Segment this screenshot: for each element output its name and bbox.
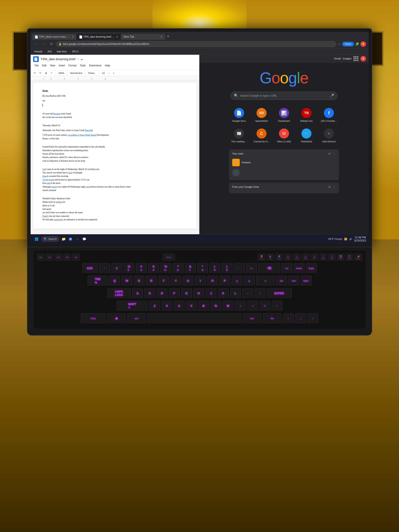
key-j[interactable]: J: [206, 288, 216, 299]
docs-body[interactable]: Hede By Ana Renfroe (ID=539) ear 41-year…: [31, 80, 199, 234]
taskbar-search[interactable]: 🔍 Search: [41, 236, 59, 242]
key-p[interactable]: P: [219, 275, 230, 286]
key-tab[interactable]: TAB↹: [88, 275, 108, 286]
doc-link-search1[interactable]: Search: [43, 175, 49, 177]
key-up-arrow[interactable]: ↑: [272, 301, 283, 311]
key-7[interactable]: &7: [185, 263, 196, 274]
shortcut-inbox[interactable]: M Inbox (1,420): [274, 127, 294, 145]
taskbar-spotify[interactable]: ♪: [74, 236, 81, 242]
key-n[interactable]: N: [210, 301, 222, 311]
key-home[interactable]: Home: [294, 263, 305, 274]
key-3[interactable]: #3: [136, 263, 147, 274]
key-f5[interactable]: ⏯F5: [293, 253, 301, 261]
taskbar-discord[interactable]: 💬: [81, 236, 87, 242]
key-z[interactable]: Z: [149, 301, 160, 311]
key-f12[interactable]: 🌙F12: [355, 253, 362, 261]
font-selector[interactable]: Times...: [87, 71, 98, 75]
doc-link-call[interactable]: Call: [43, 168, 46, 170]
key-v[interactable]: V: [186, 301, 197, 311]
doc-link-board[interactable]: according to Texas Water Board: [68, 134, 96, 136]
key-f10[interactable]: 📷F10: [337, 253, 345, 261]
key-5[interactable]: %5: [160, 263, 171, 274]
key-h[interactable]: H: [193, 288, 204, 299]
key-esc[interactable]: ESC: [82, 263, 98, 274]
key-g[interactable]: G: [181, 288, 192, 299]
doc-link-victim[interactable]: Victim found: [43, 178, 54, 181]
bookmark-ais[interactable]: AIS: [46, 49, 53, 54]
cart-item-2[interactable]: 👤: [232, 168, 336, 177]
images-link[interactable]: Images: [343, 57, 352, 60]
key-y[interactable]: Y: [170, 275, 181, 286]
print-button[interactable]: 🖨: [44, 71, 48, 75]
reload-button[interactable]: ↻: [49, 41, 54, 47]
key-alt-right[interactable]: ALT: [243, 313, 262, 324]
extensions-icon[interactable]: 🧩: [355, 42, 359, 46]
key-u[interactable]: U: [183, 275, 194, 286]
key-8[interactable]: *8: [197, 263, 208, 274]
shortcut-google-docs[interactable]: 📄 Google Docs: [229, 106, 249, 124]
key-d[interactable]: D: [157, 288, 168, 299]
key-f3[interactable]: 🔊F3: [275, 253, 283, 261]
key-minus[interactable]: -_: [234, 263, 245, 274]
key-m1[interactable]: M1: [37, 253, 45, 261]
key-quote[interactable]: '": [254, 288, 266, 299]
share-button[interactable]: Share: [342, 42, 354, 46]
key-shift-left[interactable]: SHIFT⇧: [117, 301, 148, 311]
key-period[interactable]: .>: [247, 301, 258, 311]
key-tilde[interactable]: ~`: [99, 263, 110, 274]
key-f6[interactable]: ⏭F6: [302, 253, 310, 261]
spellcheck-button[interactable]: ✓: [49, 71, 54, 75]
taskbar-file-explorer[interactable]: 📁: [60, 236, 67, 242]
drive-menu-icon[interactable]: ⋮: [333, 185, 336, 189]
volume-icon[interactable]: 🔊: [349, 238, 352, 241]
zoom-selector[interactable]: 100%: [57, 71, 66, 75]
key-semicolon[interactable]: ;:: [242, 288, 253, 299]
shortcut-spanishdict[interactable]: SD SpanishDict: [252, 106, 272, 124]
key-backslash[interactable]: \|: [256, 275, 275, 286]
shortcut-facebook[interactable]: f (20+) Facebo...: [319, 106, 339, 124]
key-m4[interactable]: M4: [63, 253, 71, 261]
shortcut-leading[interactable]: 📰 The Leading ...: [229, 127, 249, 145]
key-r[interactable]: R: [146, 275, 157, 286]
key-f9[interactable]: ☀☀F9: [328, 253, 336, 261]
chrome-tab-1[interactable]: 📄 TIPA_News event notes - Googl... ✕: [32, 34, 76, 40]
key-0[interactable]: )0: [222, 263, 233, 274]
key-f4[interactable]: ⏮F4: [284, 253, 292, 261]
docs-menu-view[interactable]: View: [48, 63, 57, 68]
doc-link-suspected[interactable]: suspected: [54, 218, 63, 221]
key-l[interactable]: L: [230, 288, 241, 299]
docs-menu-edit[interactable]: Edit: [40, 63, 48, 68]
doc-link-last[interactable]: last: [86, 186, 89, 188]
shortcut-tweetdeck[interactable]: 🐦 TweetDeck: [297, 127, 317, 145]
key-backspace[interactable]: ⌫: [258, 263, 280, 274]
docs-page[interactable]: Hede By Ana Renfroe (ID=539) ear 41-year…: [33, 83, 197, 229]
key-m3[interactable]: M3: [54, 253, 62, 261]
apps-grid-button[interactable]: [354, 56, 359, 61]
increase-font[interactable]: +: [112, 71, 116, 75]
carts-refresh-icon[interactable]: ↺: [328, 152, 331, 156]
docs-menu-insert[interactable]: Insert: [57, 63, 67, 68]
key-m2[interactable]: M2: [46, 253, 53, 261]
chrome-tab-2[interactable]: 📄 TIPA_lake drowning brief - Goog... ✕: [76, 34, 121, 40]
chrome-tab-newtab[interactable]: New Tab ✕: [121, 34, 165, 40]
key-pgup[interactable]: PgUp: [306, 263, 317, 274]
start-button[interactable]: [33, 236, 40, 242]
key-end[interactable]: End: [288, 275, 299, 286]
back-button[interactable]: ←: [33, 41, 39, 47]
key-rog[interactable]: ROG: [163, 253, 175, 261]
key-f7[interactable]: 🖥F7: [310, 253, 318, 261]
key-slash[interactable]: /?: [259, 301, 270, 311]
docs-menu-format[interactable]: Format: [67, 63, 78, 68]
carts-menu-icon[interactable]: ⋮: [333, 152, 336, 156]
chrome-tab-newtab-close[interactable]: ✕: [160, 35, 162, 38]
key-f2[interactable]: 🔉F2: [266, 253, 274, 261]
docs-menu-tools[interactable]: Tools: [78, 63, 87, 68]
profile-avatar[interactable]: A: [361, 41, 366, 47]
key-f11[interactable]: ⌨F11: [346, 253, 354, 261]
doc-link-family[interactable]: Family: [43, 215, 49, 217]
doc-cursor-line[interactable]: [43, 104, 187, 107]
key-1[interactable]: 1: [111, 263, 122, 274]
taskbar-clock[interactable]: 12:39 PM 3/23/2023: [354, 236, 366, 242]
bookmark-howdy[interactable]: Howdy: [33, 49, 44, 54]
taskbar-chrome[interactable]: [67, 236, 74, 242]
